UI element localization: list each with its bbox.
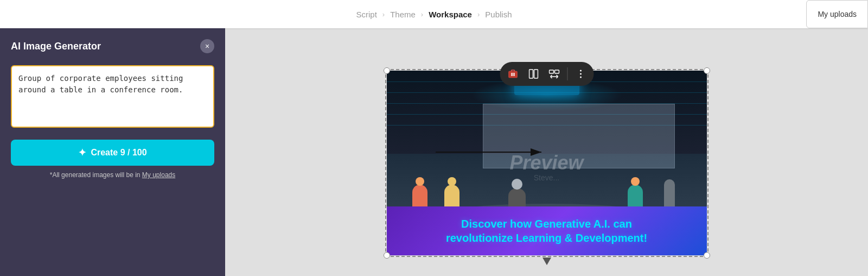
close-panel-button[interactable]: × [200,39,214,53]
image-toolbar [500,62,593,86]
handle-bottom-right[interactable] [704,252,710,259]
more-options-button[interactable] [571,64,590,84]
steve-watermark: Steve... [534,173,559,182]
create-button[interactable]: ✦ Create 9 / 100 [11,140,214,166]
create-button-label: Create 9 / 100 [91,148,146,158]
chevron-icon-1: › [382,10,385,18]
handle-top-left[interactable] [384,67,390,74]
handle-top-right[interactable] [704,67,710,74]
svg-point-10 [580,77,582,78]
my-uploads-button[interactable]: My uploads [806,0,868,28]
nav-publish[interactable]: Publish [485,10,512,19]
sparkle-icon: ✦ [78,147,86,159]
svg-rect-4 [529,70,533,78]
nav-script[interactable]: Script [356,10,376,19]
preview-image: Preview Steve... Discover how Generative… [387,71,707,255]
top-navigation: Script › Theme › Workspace › Publish My … [0,0,868,28]
panel-header: AI Image Generator × [11,39,214,53]
prompt-input[interactable]: Group of corporate employees sitting aro… [11,65,214,128]
handle-bottom-center[interactable] [542,258,551,265]
toolbar-divider [567,67,567,80]
handle-bottom-left[interactable] [384,252,390,259]
person-right-2 [664,179,675,209]
banner-text: Discover how Generative A.I. canrevoluti… [446,217,647,245]
preview-watermark: Preview [509,152,583,174]
preview-card[interactable]: Preview Steve... Discover how Generative… [387,71,707,255]
bottom-banner: Discover how Generative A.I. canrevoluti… [387,206,707,255]
note-prefix-text: *All generated images will be in [50,171,142,179]
svg-point-8 [580,70,582,72]
svg-rect-5 [534,70,538,78]
delete-button[interactable] [503,64,522,84]
breadcrumb: Script › Theme › Workspace › Publish [356,10,512,19]
svg-point-9 [580,73,582,75]
my-uploads-link[interactable]: My uploads [142,171,175,179]
ai-image-generator-panel: AI Image Generator × Group of corporate … [0,28,225,276]
canvas-area: Preview Steve... Discover how Generative… [225,28,868,276]
chevron-icon-3: › [477,10,480,18]
uploads-note: *All generated images will be in My uplo… [11,171,214,179]
layout-button[interactable] [524,64,543,84]
svg-rect-7 [554,70,559,73]
svg-rect-6 [549,70,553,73]
chevron-icon-2: › [421,10,423,18]
nav-theme[interactable]: Theme [390,10,416,19]
nav-workspace[interactable]: Workspace [429,10,472,19]
panel-title: AI Image Generator [11,41,101,52]
replace-button[interactable] [544,64,564,84]
